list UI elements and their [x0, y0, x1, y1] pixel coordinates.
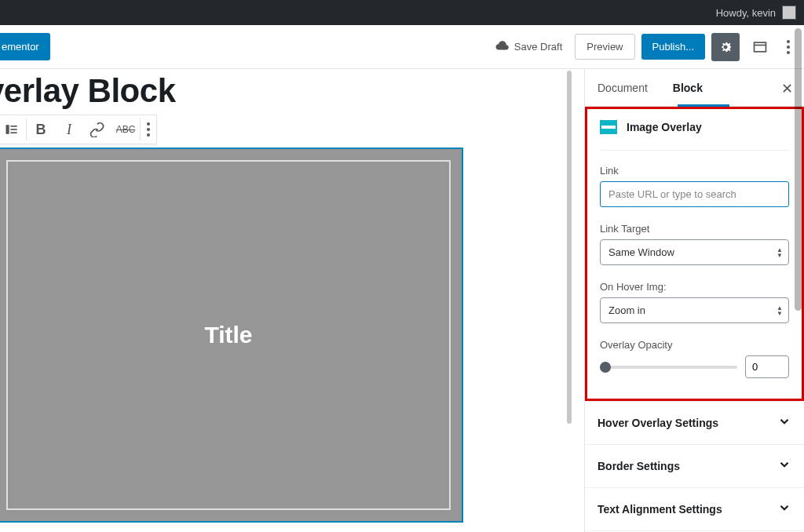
- hover-img-select[interactable]: Zoom in: [600, 297, 789, 323]
- panel-title: Border Settings: [598, 460, 680, 472]
- sidebar-tabs: Document Block ✕: [585, 69, 804, 107]
- opacity-group: Overlay Opacity: [600, 339, 789, 378]
- cloud-icon: [494, 38, 510, 56]
- image-overlay-block[interactable]: Title: [0, 148, 463, 523]
- hover-img-label: On Hover Img:: [600, 281, 789, 293]
- tab-block[interactable]: Block: [660, 71, 715, 105]
- chevron-down-icon: [777, 501, 791, 518]
- page-title[interactable]: verlay Block: [0, 72, 584, 110]
- strikethrough-button[interactable]: ABC: [111, 115, 140, 144]
- publish-button[interactable]: Publish...: [641, 34, 705, 60]
- link-button[interactable]: [83, 115, 111, 144]
- settings-sidebar: Document Block ✕ Image Overlay Link Link…: [584, 69, 804, 532]
- chevron-down-icon: [777, 457, 791, 475]
- border-settings-panel[interactable]: Border Settings: [585, 444, 804, 487]
- block-type-label: Image Overlay: [600, 120, 789, 151]
- admin-user[interactable]: Howdy, kevin: [716, 5, 796, 20]
- editor-top-bar: ementor Save Draft Preview Publish...: [0, 25, 804, 69]
- bold-button[interactable]: B: [27, 115, 55, 144]
- svg-rect-0: [755, 42, 766, 52]
- editor-canvas: verlay Block B I ABC Title: [0, 69, 584, 532]
- opacity-label: Overlay Opacity: [600, 339, 789, 351]
- slider-thumb[interactable]: [600, 362, 611, 373]
- top-right-tools: Save Draft Preview Publish...: [488, 31, 796, 62]
- elementor-button[interactable]: ementor: [0, 33, 50, 60]
- preview-button[interactable]: Preview: [575, 34, 634, 60]
- chevron-down-icon: [777, 414, 791, 432]
- overlay-title-text: Title: [204, 322, 252, 348]
- save-draft-label: Save Draft: [514, 41, 562, 53]
- block-settings-panel: Image Overlay Link Link Target Same Wind…: [585, 107, 804, 401]
- link-input[interactable]: [600, 181, 789, 207]
- opacity-slider[interactable]: [600, 366, 737, 369]
- layout-button[interactable]: [746, 33, 774, 61]
- avatar-icon: [782, 5, 796, 20]
- hover-img-group: On Hover Img: Zoom in ▲▼: [600, 281, 789, 323]
- settings-button[interactable]: [711, 33, 740, 61]
- tab-document[interactable]: Document: [585, 71, 660, 105]
- image-overlay-icon: [600, 120, 617, 134]
- link-target-label: Link Target: [600, 223, 789, 235]
- align-button[interactable]: [0, 115, 26, 144]
- link-field-group: Link: [600, 165, 789, 207]
- opacity-number-input[interactable]: [745, 355, 789, 378]
- page-scrollbar[interactable]: [795, 28, 802, 311]
- panel-title: Hover Overlay Settings: [598, 417, 718, 429]
- greeting-text: Howdy, kevin: [716, 7, 776, 19]
- admin-bar: Howdy, kevin: [0, 0, 804, 25]
- link-label: Link: [600, 165, 789, 177]
- link-target-select[interactable]: Same Window: [600, 239, 789, 265]
- italic-button[interactable]: I: [55, 115, 83, 144]
- canvas-scrollbar[interactable]: [567, 71, 572, 424]
- link-target-group: Link Target Same Window ▲▼: [600, 223, 789, 265]
- save-draft-button[interactable]: Save Draft: [488, 31, 568, 62]
- block-name-text: Image Overlay: [627, 121, 702, 133]
- toolbar-more-button[interactable]: [141, 116, 156, 143]
- tab-underline: [678, 104, 729, 107]
- close-sidebar-button[interactable]: ✕: [781, 80, 793, 97]
- svg-rect-2: [6, 125, 9, 134]
- more-menu-button[interactable]: [780, 34, 796, 60]
- panel-title: Text Alignment Settings: [598, 503, 722, 516]
- block-toolbar: B I ABC: [0, 115, 157, 144]
- hover-overlay-settings-panel[interactable]: Hover Overlay Settings: [585, 401, 804, 444]
- text-alignment-settings-panel[interactable]: Text Alignment Settings: [585, 487, 804, 530]
